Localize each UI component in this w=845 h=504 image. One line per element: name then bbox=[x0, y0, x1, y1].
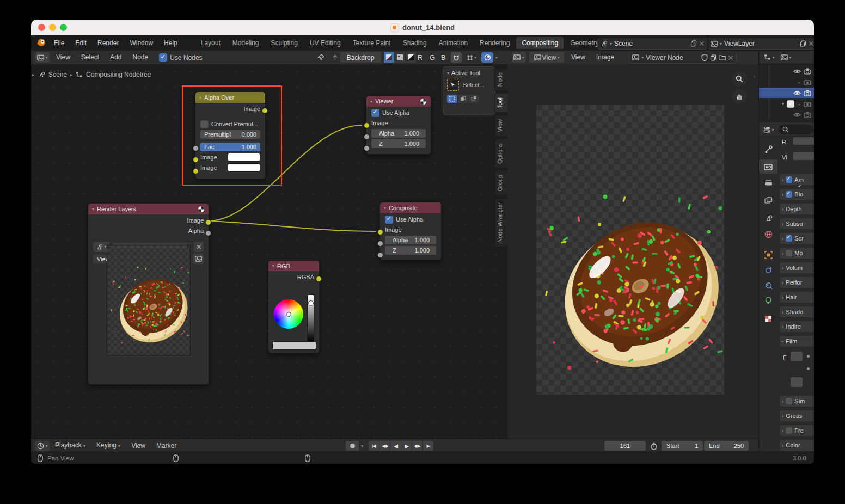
outliner-row-selected[interactable] bbox=[759, 88, 814, 98]
use-nodes-checkbox[interactable] bbox=[159, 53, 167, 62]
panel-depth-of-field[interactable]: ›Depth bbox=[780, 204, 814, 214]
go-to-parent-node-tree-icon[interactable] bbox=[332, 54, 339, 61]
render-single-layer-icon[interactable] bbox=[193, 254, 204, 264]
collapse-node-icon[interactable]: ▾ bbox=[370, 99, 372, 104]
panel-motion-blur[interactable]: ›Mo bbox=[780, 248, 814, 259]
play-button[interactable]: ▶ bbox=[401, 441, 412, 451]
select-mode-extend-icon[interactable] bbox=[458, 95, 468, 103]
next-keyframe-button[interactable]: ◆▶ bbox=[412, 441, 422, 451]
image-datablock-selector[interactable]: ▾ Viewer Node bbox=[629, 52, 737, 64]
animate-property-dot[interactable] bbox=[807, 367, 810, 370]
outliner-row[interactable] bbox=[759, 66, 814, 76]
collapse-node-icon[interactable]: ▾ bbox=[384, 206, 386, 211]
backdrop-channel-color-icon[interactable] bbox=[406, 52, 416, 63]
panel-color-management[interactable]: ›Color bbox=[780, 440, 814, 451]
scene-selector[interactable]: ▾ Scene bbox=[597, 38, 707, 50]
backdrop-toggle-button[interactable]: Backdrop bbox=[340, 52, 381, 63]
editor-type-image-dropdown[interactable]: ▾ bbox=[512, 52, 526, 63]
node-composite[interactable]: ▾ Composite Use Alpha Image Alpha1.000 Z… bbox=[379, 202, 442, 260]
open-image-icon[interactable] bbox=[719, 54, 726, 60]
properties-tab-render[interactable] bbox=[759, 159, 777, 174]
node-menu-view[interactable]: View bbox=[52, 51, 75, 64]
zoom-view-icon[interactable] bbox=[732, 71, 747, 87]
properties-tab-output[interactable] bbox=[759, 176, 777, 190]
new-scene-icon[interactable] bbox=[690, 40, 697, 47]
select-box-tool-icon[interactable] bbox=[447, 79, 459, 91]
node-menu-node[interactable]: Node bbox=[128, 51, 153, 64]
new-view-layer-icon[interactable] bbox=[800, 40, 806, 47]
socket-alpha-output[interactable] bbox=[205, 230, 211, 236]
use-alpha-checkbox[interactable] bbox=[385, 216, 393, 224]
properties-tab-world[interactable] bbox=[759, 227, 777, 241]
menu-edit[interactable]: Edit bbox=[70, 35, 92, 51]
panel-simplify[interactable]: ›Sim bbox=[780, 396, 814, 407]
color-wheel-cursor[interactable] bbox=[286, 312, 291, 317]
film-filter-size-field[interactable] bbox=[791, 352, 803, 361]
panel-grease-pencil[interactable]: ›Greas bbox=[780, 410, 814, 421]
image-menu-view[interactable]: View bbox=[567, 51, 589, 64]
socket-z-input[interactable] bbox=[377, 252, 383, 258]
workspace-tab-compositing[interactable]: Compositing bbox=[516, 37, 564, 49]
sidebar-tab-node[interactable]: Node bbox=[494, 68, 507, 91]
timeline-menu-view[interactable]: View bbox=[126, 438, 151, 453]
workspace-tab-modeling[interactable]: Modeling bbox=[227, 37, 265, 49]
disclosure-triangle-icon[interactable]: ▾ bbox=[782, 101, 784, 106]
pin-icon[interactable] bbox=[317, 54, 324, 61]
render-camera-icon[interactable] bbox=[804, 68, 811, 75]
editor-type-compositor-dropdown[interactable]: ▾ bbox=[35, 52, 50, 63]
workspace-tab-uv-editing[interactable]: UV Editing bbox=[304, 37, 346, 49]
outliner-row[interactable] bbox=[759, 109, 814, 120]
panel-volumetrics[interactable]: ›Volum bbox=[780, 262, 814, 273]
overlays-dropdown-chevron[interactable]: ▾ bbox=[495, 55, 498, 60]
image-mode-dropdown[interactable]: View ▾ bbox=[529, 52, 564, 63]
render-camera-icon[interactable] bbox=[804, 112, 811, 118]
fake-user-shield-icon[interactable] bbox=[701, 54, 708, 61]
backdrop-channel-color-alpha-icon[interactable] bbox=[384, 52, 394, 63]
use-alpha-checkbox[interactable] bbox=[371, 109, 379, 117]
node-viewer[interactable]: ▾ Viewer Use Alpha Image Alpha1.000 Z1.0… bbox=[366, 95, 431, 155]
properties-tab-texture[interactable] bbox=[759, 312, 777, 326]
compositor-node-canvas[interactable]: ▸ Scene ▸ Compositing Nodetree ▾ Alpha O… bbox=[31, 64, 507, 439]
socket-image-output[interactable] bbox=[205, 219, 211, 225]
panel-bloom[interactable]: ›Blo bbox=[780, 189, 814, 200]
value-slider-handle[interactable] bbox=[308, 300, 314, 306]
channel-g-button[interactable]: G bbox=[430, 51, 435, 64]
panel-hair[interactable]: ›Hair bbox=[780, 292, 814, 303]
render-excluded-camera-icon[interactable] bbox=[804, 79, 811, 85]
outliner-filter-dropdown[interactable]: ▾ bbox=[779, 52, 793, 63]
menu-window[interactable]: Window bbox=[124, 35, 158, 51]
properties-editor-type-dropdown[interactable]: ▾ bbox=[762, 125, 776, 135]
z-field[interactable]: Z1.000 bbox=[371, 139, 426, 148]
sidebar-tab-group[interactable]: Group bbox=[494, 170, 507, 196]
render-excluded-camera-icon[interactable] bbox=[804, 101, 811, 107]
play-reverse-button[interactable]: ◀ bbox=[390, 441, 401, 451]
jump-to-start-button[interactable]: |◀ bbox=[369, 441, 379, 451]
render-samples-slider[interactable] bbox=[793, 137, 814, 145]
alpha-field[interactable]: Alpha1.000 bbox=[371, 129, 426, 138]
auto-keying-record-button[interactable] bbox=[346, 441, 359, 451]
socket-z-input[interactable] bbox=[364, 145, 370, 151]
collapse-panel-icon[interactable]: ▾ bbox=[447, 71, 449, 76]
panel-performance[interactable]: ›Perfor bbox=[780, 277, 814, 288]
panel-film[interactable]: ›Film bbox=[780, 336, 814, 347]
unlink-image-icon[interactable] bbox=[728, 55, 733, 60]
select-mode-subtract-icon[interactable] bbox=[469, 95, 479, 103]
socket-rgba-output[interactable] bbox=[316, 276, 322, 282]
workspace-tab-texture-paint[interactable]: Texture Paint bbox=[347, 37, 396, 49]
workspace-tab-layout[interactable]: Layout bbox=[195, 37, 226, 49]
snap-target-dropdown[interactable]: ▾ bbox=[463, 52, 480, 63]
properties-search-input[interactable] bbox=[779, 125, 813, 134]
properties-tab-object-data[interactable] bbox=[759, 293, 777, 308]
panel-ambient-occlusion[interactable]: ›Am bbox=[780, 174, 814, 185]
sidebar-tab-view[interactable]: View bbox=[494, 115, 507, 137]
socket-image-input[interactable] bbox=[364, 122, 370, 128]
workspace-tab-animation[interactable]: Animation bbox=[433, 37, 473, 49]
editor-type-timeline-dropdown[interactable]: ▾ bbox=[35, 441, 50, 451]
snapping-magnet-icon[interactable] bbox=[451, 52, 462, 63]
view-layer-selector[interactable]: ▾ ViewLayer bbox=[708, 38, 814, 50]
previous-keyframe-button[interactable]: ◀◆ bbox=[379, 441, 390, 451]
blender-logo-icon[interactable] bbox=[36, 38, 46, 49]
menu-render[interactable]: Render bbox=[92, 35, 124, 51]
node-render-layers[interactable]: ▾ Render Layers Image Alpha ▾ Scene View… bbox=[88, 203, 209, 385]
socket-alpha-input[interactable] bbox=[364, 134, 370, 140]
